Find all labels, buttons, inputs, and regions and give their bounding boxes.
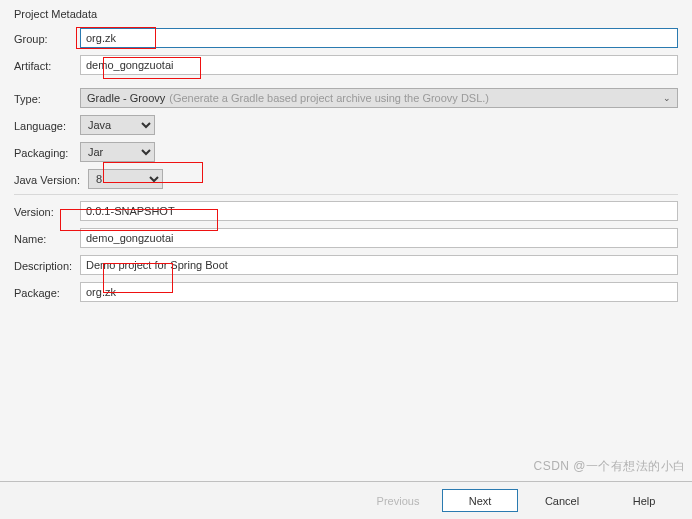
previous-button[interactable]: Previous bbox=[360, 489, 436, 512]
watermark: CSDN @一个有想法的小白 bbox=[533, 458, 686, 475]
next-button[interactable]: Next bbox=[442, 489, 518, 512]
wizard-footer: Previous Next Cancel Help bbox=[0, 481, 692, 519]
type-hint: (Generate a Gradle based project archive… bbox=[169, 92, 489, 104]
help-button[interactable]: Help bbox=[606, 489, 682, 512]
chevron-down-icon: ⌄ bbox=[663, 93, 671, 103]
name-label: Name: bbox=[14, 231, 80, 245]
package-label: Package: bbox=[14, 285, 80, 299]
description-input[interactable] bbox=[80, 255, 678, 275]
type-selected-value: Gradle - Groovy bbox=[87, 92, 165, 104]
type-label: Type: bbox=[14, 91, 80, 105]
type-select[interactable]: Gradle - Groovy (Generate a Gradle based… bbox=[80, 88, 678, 108]
divider bbox=[14, 194, 678, 195]
section-title: Project Metadata bbox=[14, 8, 678, 20]
version-input[interactable] bbox=[80, 201, 678, 221]
package-input[interactable] bbox=[80, 282, 678, 302]
name-input[interactable] bbox=[80, 228, 678, 248]
java-version-select[interactable]: 8 bbox=[88, 169, 163, 189]
group-input[interactable] bbox=[80, 28, 678, 48]
artifact-input[interactable] bbox=[80, 55, 678, 75]
version-label: Version: bbox=[14, 204, 80, 218]
packaging-label: Packaging: bbox=[14, 145, 80, 159]
java-version-label: Java Version: bbox=[14, 172, 88, 186]
cancel-button[interactable]: Cancel bbox=[524, 489, 600, 512]
language-label: Language: bbox=[14, 118, 80, 132]
artifact-label: Artifact: bbox=[14, 58, 80, 72]
language-select[interactable]: Java bbox=[80, 115, 155, 135]
group-label: Group: bbox=[14, 31, 80, 45]
description-label: Description: bbox=[14, 258, 80, 272]
packaging-select[interactable]: Jar bbox=[80, 142, 155, 162]
